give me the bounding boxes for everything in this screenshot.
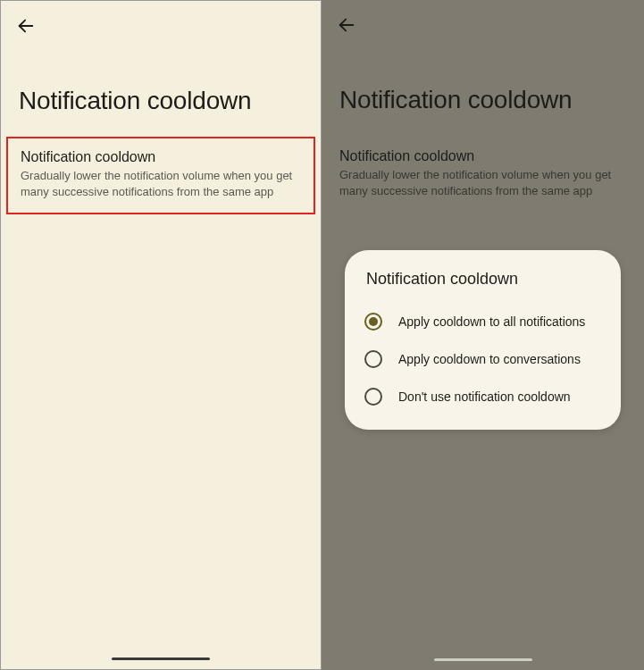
app-bar <box>1 1 321 51</box>
setting-title: Notification cooldown <box>21 149 301 165</box>
radio-option-all[interactable]: Apply cooldown to all notifications <box>364 303 601 340</box>
dialog-title: Notification cooldown <box>364 270 601 289</box>
radio-option-none[interactable]: Don't use notification cooldown <box>364 378 601 415</box>
radio-label: Apply cooldown to all notifications <box>398 314 585 329</box>
settings-screen-left: Notification cooldown Notification coold… <box>0 0 322 670</box>
page-title: Notification cooldown <box>1 51 321 137</box>
settings-screen-right: Notification cooldown Notification coold… <box>322 0 644 670</box>
arrow-back-icon <box>16 16 36 36</box>
cooldown-dialog: Notification cooldown Apply cooldown to … <box>345 250 621 430</box>
setting-description: Gradually lower the notification volume … <box>21 168 301 200</box>
radio-icon <box>364 313 382 331</box>
radio-label: Don't use notification cooldown <box>398 389 571 404</box>
radio-label: Apply cooldown to conversations <box>398 352 581 366</box>
nav-indicator <box>434 658 532 661</box>
radio-icon <box>364 350 382 368</box>
setting-notification-cooldown[interactable]: Notification cooldown Gradually lower th… <box>6 137 315 214</box>
nav-indicator <box>112 657 210 660</box>
back-button[interactable] <box>15 15 37 37</box>
radio-option-conversations[interactable]: Apply cooldown to conversations <box>364 340 601 378</box>
radio-icon <box>364 388 382 406</box>
